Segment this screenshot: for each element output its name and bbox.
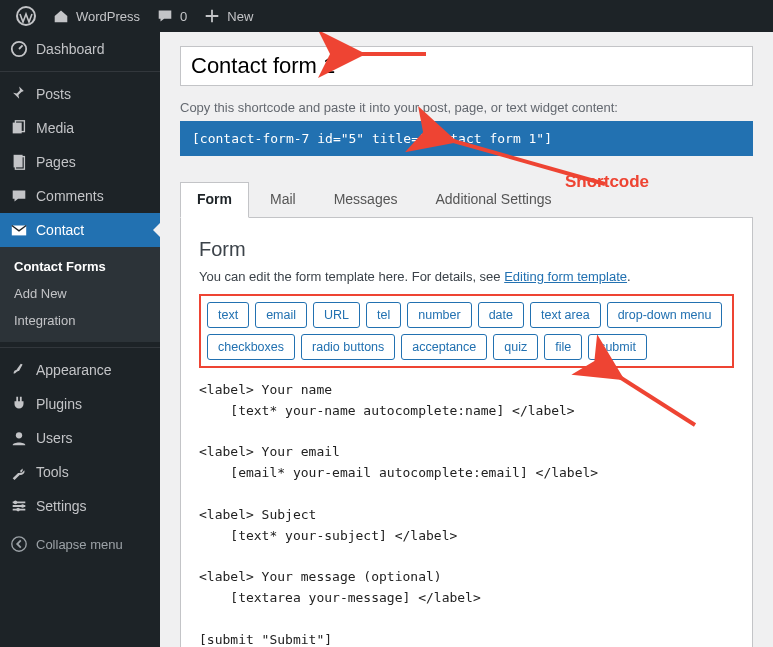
admin-bar: WordPress 0 New: [0, 0, 773, 32]
tag-button-URL[interactable]: URL: [313, 302, 360, 328]
submenu-item[interactable]: Integration: [0, 307, 160, 334]
panel-heading: Form: [199, 238, 734, 261]
pin-icon: [10, 85, 28, 103]
menu-item-tools[interactable]: Tools: [0, 455, 160, 489]
form-panel: Form You can edit the form template here…: [180, 218, 753, 647]
plus-icon: [203, 7, 221, 25]
submenu-item[interactable]: Add New: [0, 280, 160, 307]
tag-button-date[interactable]: date: [478, 302, 524, 328]
comments-count: 0: [180, 9, 187, 24]
menu-item-contact[interactable]: Contact: [0, 213, 160, 247]
panel-description: You can edit the form template here. For…: [199, 269, 734, 284]
tag-button-checkboxes[interactable]: checkboxes: [207, 334, 295, 360]
menu-item-comments[interactable]: Comments: [0, 179, 160, 213]
home-icon: [52, 7, 70, 25]
panel-description-end: .: [627, 269, 631, 284]
menu-item-label: Media: [36, 120, 74, 136]
admin-side-menu: DashboardPostsMediaPagesCommentsContactC…: [0, 32, 160, 647]
menu-item-label: Collapse menu: [36, 537, 123, 552]
form-template-code[interactable]: <label> Your name [text* your-name autoc…: [199, 380, 734, 647]
new-content-menu[interactable]: New: [195, 0, 261, 32]
editor-tabs: FormMailMessagesAdditional Settings: [180, 182, 753, 218]
tag-button-number[interactable]: number: [407, 302, 471, 328]
menu-item-appearance[interactable]: Appearance: [0, 353, 160, 387]
tag-button-acceptance[interactable]: acceptance: [401, 334, 487, 360]
wordpress-logo-icon: [16, 6, 36, 26]
tag-button-file[interactable]: file: [544, 334, 582, 360]
comments-menu[interactable]: 0: [148, 0, 195, 32]
menu-item-label: Tools: [36, 464, 69, 480]
editing-template-link[interactable]: Editing form template: [504, 269, 627, 284]
menu-item-media[interactable]: Media: [0, 111, 160, 145]
tab-messages[interactable]: Messages: [317, 182, 415, 217]
tag-button-tel[interactable]: tel: [366, 302, 401, 328]
menu-item-users[interactable]: Users: [0, 421, 160, 455]
shortcode-helper-text: Copy this shortcode and paste it into yo…: [180, 100, 753, 115]
menu-item-posts[interactable]: Posts: [0, 77, 160, 111]
collapse-icon: [10, 535, 28, 553]
new-content-label: New: [227, 9, 253, 24]
tab-mail[interactable]: Mail: [253, 182, 313, 217]
shortcode-display[interactable]: [contact-form-7 id="5" title="Contact fo…: [180, 121, 753, 156]
main-content: Copy this shortcode and paste it into yo…: [160, 32, 773, 647]
tab-additional-settings[interactable]: Additional Settings: [418, 182, 568, 217]
submenu-item[interactable]: Contact Forms: [0, 253, 160, 280]
menu-item-plugins[interactable]: Plugins: [0, 387, 160, 421]
plug-icon: [10, 395, 28, 413]
menu-item-label: Appearance: [36, 362, 112, 378]
menu-item-settings[interactable]: Settings: [0, 489, 160, 523]
tab-form[interactable]: Form: [180, 182, 249, 218]
menu-item-label: Settings: [36, 498, 87, 514]
tag-button-drop-down-menu[interactable]: drop-down menu: [607, 302, 723, 328]
pages-icon: [10, 153, 28, 171]
menu-item-label: Pages: [36, 154, 76, 170]
sliders-icon: [10, 497, 28, 515]
tag-button-email[interactable]: email: [255, 302, 307, 328]
tag-button-radio-buttons[interactable]: radio buttons: [301, 334, 395, 360]
menu-item-dashboard[interactable]: Dashboard: [0, 32, 160, 66]
tag-button-quiz[interactable]: quiz: [493, 334, 538, 360]
form-title-input[interactable]: [180, 46, 753, 86]
brush-icon: [10, 361, 28, 379]
menu-item-label: Dashboard: [36, 41, 105, 57]
site-name-menu[interactable]: WordPress: [44, 0, 148, 32]
menu-item-label: Plugins: [36, 396, 82, 412]
comment-icon: [10, 187, 28, 205]
wrench-icon: [10, 463, 28, 481]
contact-submenu: Contact FormsAdd NewIntegration: [0, 247, 160, 342]
site-name-label: WordPress: [76, 9, 140, 24]
user-icon: [10, 429, 28, 447]
form-tag-generator-bar: textemailURLtelnumberdatetext areadrop-d…: [199, 294, 734, 368]
menu-item-label: Posts: [36, 86, 71, 102]
tag-button-text-area[interactable]: text area: [530, 302, 601, 328]
comment-icon: [156, 7, 174, 25]
menu-item-label: Comments: [36, 188, 104, 204]
menu-item-pages[interactable]: Pages: [0, 145, 160, 179]
dashboard-icon: [10, 40, 28, 58]
wp-logo-menu[interactable]: [8, 0, 44, 32]
panel-description-text: You can edit the form template here. For…: [199, 269, 504, 284]
media-icon: [10, 119, 28, 137]
menu-item-collapse[interactable]: Collapse menu: [0, 527, 160, 561]
menu-item-label: Users: [36, 430, 73, 446]
menu-item-label: Contact: [36, 222, 84, 238]
annotation-label-shortcode: Shortcode: [565, 172, 649, 192]
tag-button-submit[interactable]: submit: [588, 334, 647, 360]
tag-button-text[interactable]: text: [207, 302, 249, 328]
mail-icon: [10, 221, 28, 239]
